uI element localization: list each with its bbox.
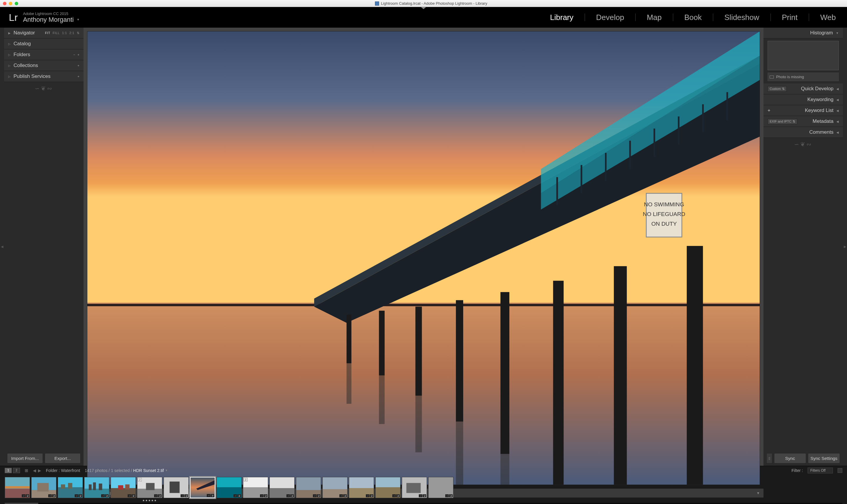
folders-plus-button[interactable]: +: [77, 53, 80, 56]
svg-rect-15: [553, 281, 564, 485]
module-web[interactable]: Web: [818, 13, 838, 22]
filmstrip-thumb[interactable]: ▱◪: [190, 477, 215, 498]
publish-plus-button[interactable]: +: [77, 75, 80, 78]
svg-rect-57: [99, 483, 102, 490]
sync-button[interactable]: Sync: [774, 453, 806, 464]
collections-section[interactable]: ▷ Collections +: [4, 60, 84, 71]
current-filename: HDR Sunset 2.tif: [133, 468, 164, 473]
nav-zoom-stepper[interactable]: ⇅: [77, 31, 80, 35]
keyword-list-section[interactable]: + Keyword List ◀: [763, 105, 843, 116]
filmstrip-thumb[interactable]: ▱◪: [270, 477, 295, 498]
toolbar-menu-button[interactable]: ▼: [756, 491, 760, 495]
collections-plus-button[interactable]: +: [77, 64, 80, 67]
nav-forward-button[interactable]: ▶: [38, 468, 41, 473]
quick-develop-section[interactable]: Custom⇅ Quick Develop ◀: [763, 84, 843, 94]
histogram-label: Histogram: [767, 30, 833, 36]
filmstrip-thumb[interactable]: ▱◪: [31, 477, 56, 498]
svg-text:NO LIFEGUARD: NO LIFEGUARD: [643, 211, 686, 217]
filmstrip-thumb[interactable]: ▱◪: [163, 477, 189, 498]
display-2-button[interactable]: 2: [13, 468, 20, 473]
right-panel-toggle[interactable]: ▶: [843, 28, 847, 466]
svg-rect-11: [379, 311, 385, 375]
filmstrip-thumb[interactable]: ▱◪: [110, 477, 136, 498]
filmstrip-thumb[interactable]: ▱◪: [217, 477, 242, 498]
disclosure-icon: ◀: [836, 109, 839, 112]
filmstrip-thumb[interactable]: ▱◪: [58, 477, 83, 498]
quick-develop-preset[interactable]: Custom⇅: [767, 86, 787, 92]
module-print[interactable]: Print: [780, 13, 800, 22]
filmstrip-thumb[interactable]: ▱◪: [84, 477, 109, 498]
grid-shortcut-icon[interactable]: ⊞: [25, 468, 28, 473]
filter-label: Filter :: [791, 468, 803, 473]
svg-rect-53: [84, 477, 109, 489]
svg-rect-78: [349, 477, 374, 488]
navigator-zoom-options: FIT FILL 1:1 2:1 ⇅: [45, 31, 80, 35]
nav-1-1[interactable]: 1:1: [62, 31, 67, 35]
publish-section[interactable]: ▷ Publish Services +: [4, 71, 84, 82]
keyword-add-button[interactable]: +: [767, 108, 770, 113]
metadata-preset[interactable]: EXIF and IPTC⇅: [767, 119, 797, 124]
image-viewer[interactable]: NO SWIMMING NO LIFEGUARD ON DUTY: [84, 28, 763, 488]
nav-back-button[interactable]: ◀: [33, 468, 36, 473]
module-map[interactable]: Map: [644, 13, 664, 22]
histogram-section[interactable]: Histogram ▼: [763, 28, 843, 38]
nav-fit[interactable]: FIT: [45, 31, 50, 35]
filmstrip-thumb[interactable]: ▱◪: [349, 477, 374, 498]
filmstrip-thumb[interactable]: 2▱◪★★★★★: [137, 477, 162, 498]
identity-plate: Lr Adobe Lightroom CC 2015 Anthony Morga…: [9, 12, 80, 23]
main-image: NO SWIMMING NO LIFEGUARD ON DUTY: [87, 31, 760, 485]
right-panel: Histogram ▼ Photo is missing Custom⇅ Qui…: [763, 28, 843, 466]
filter-lock-toggle[interactable]: [837, 468, 842, 473]
filmstrip-thumb[interactable]: ▱◪: [322, 477, 348, 498]
missing-text: Photo is missing: [776, 75, 804, 79]
left-panel-toggle[interactable]: ◀: [0, 28, 4, 466]
filmstrip-thumb[interactable]: ▱◪: [402, 477, 427, 498]
sync-lock-toggle[interactable]: ▯: [766, 453, 772, 464]
filmstrip-thumb[interactable]: ▱◪: [375, 477, 401, 498]
identity-user[interactable]: Anthony Morganti ▼: [23, 16, 80, 23]
minimize-window-button[interactable]: [9, 2, 12, 5]
comments-section[interactable]: Comments ◀: [763, 127, 843, 138]
folders-minus-button[interactable]: −: [73, 53, 75, 56]
folders-section[interactable]: ▷ Folders − +: [4, 49, 84, 60]
disclosure-icon: ▶: [8, 32, 11, 35]
svg-rect-60: [118, 485, 123, 490]
navigator-section[interactable]: ▶ Navigator FIT FILL 1:1 2:1 ⇅: [4, 28, 84, 38]
scrollbar-thumb[interactable]: [5, 503, 38, 504]
import-button[interactable]: Import From...: [7, 453, 43, 464]
maximize-window-button[interactable]: [15, 2, 18, 5]
module-develop[interactable]: Develop: [594, 13, 626, 22]
filmstrip-thumb[interactable]: ▱◪: [296, 477, 321, 498]
filter-preset-select[interactable]: Filters Off: [808, 468, 833, 473]
close-window-button[interactable]: [3, 2, 6, 5]
nav-2-1[interactable]: 2:1: [69, 31, 74, 35]
svg-rect-83: [407, 483, 421, 493]
svg-rect-22: [501, 454, 509, 485]
svg-rect-21: [456, 422, 463, 485]
module-book[interactable]: Book: [682, 13, 704, 22]
header-collapse-handle[interactable]: [420, 7, 427, 9]
catalog-section[interactable]: ▷ Catalog: [4, 38, 84, 49]
photo-missing-warning: Photo is missing: [767, 73, 839, 81]
metadata-section[interactable]: EXIF and IPTC⇅ Metadata ◀: [763, 116, 843, 127]
filmstrip-scrollbar[interactable]: [5, 503, 842, 504]
disclosure-icon: ▷: [8, 53, 11, 56]
module-library[interactable]: Library: [548, 13, 575, 22]
display-1-button[interactable]: 1: [5, 468, 12, 473]
svg-rect-18: [346, 363, 351, 404]
quick-develop-label: Quick Develop: [787, 86, 833, 92]
export-button[interactable]: Export...: [45, 453, 81, 464]
app-version: Adobe Lightroom CC 2015: [23, 12, 80, 16]
filmstrip-thumb[interactable]: ▱◪: [5, 477, 30, 498]
nav-fill[interactable]: FILL: [53, 31, 60, 35]
identity-menu-icon: ▼: [77, 18, 80, 21]
module-slideshow[interactable]: Slideshow: [722, 13, 762, 22]
keyword-list-label: Keyword List: [770, 108, 833, 113]
filmstrip-thumb[interactable]: ▱◪: [428, 477, 453, 498]
filmstrip-thumb[interactable]: 2▱◪: [243, 477, 268, 498]
keywording-section[interactable]: Keywording ◀: [763, 94, 843, 105]
center-area: NO SWIMMING NO LIFEGUARD ON DUTY X|Y ⚑ ✕…: [84, 28, 763, 466]
filename-menu-icon[interactable]: ▼: [165, 469, 168, 472]
sync-settings-button[interactable]: Sync Settings: [808, 453, 840, 464]
source-path[interactable]: Folder : Waterfront: [46, 468, 80, 473]
